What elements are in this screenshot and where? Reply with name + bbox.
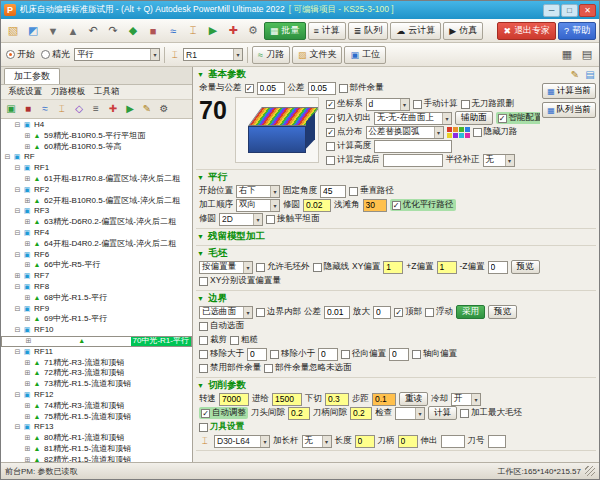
workplane-checkbox[interactable]: ✓坐标系 <box>326 98 363 110</box>
tree-item[interactable]: ⊞▲63精光-D6R0.2-偏置区域-淬火后二粗 <box>1 217 192 228</box>
color-grid-icon[interactable] <box>447 127 470 138</box>
toolpath-icon[interactable]: ≈ <box>37 101 53 117</box>
tree-item[interactable]: ⊞▲72精光-R3-流道和顶销 <box>1 368 192 379</box>
maximize-button[interactable]: □ <box>561 4 578 17</box>
order-select[interactable]: 双向▾ <box>236 199 280 212</box>
expander-icon[interactable]: ⊞ <box>23 314 32 325</box>
after-calc-checkbox-box[interactable] <box>326 156 335 165</box>
expander-icon[interactable]: ⊟ <box>13 163 22 174</box>
calc-height-checkbox-box[interactable] <box>326 142 335 151</box>
remove-less-checkbox-box[interactable] <box>270 350 279 359</box>
shank-clearance-field[interactable] <box>350 407 372 420</box>
simulate-icon[interactable]: ▶ <box>204 22 222 40</box>
xy-offset-field[interactable] <box>383 261 403 274</box>
note-icon[interactable]: ▤ <box>584 69 596 80</box>
remove-greater-checkbox[interactable]: 移除大于 <box>199 348 244 360</box>
menu-system-settings[interactable]: 系统设置 <box>4 86 46 98</box>
calc-height-checkbox[interactable]: 计算高度 <box>326 140 371 152</box>
expander-icon[interactable]: ⊞ <box>23 401 32 412</box>
reload-button[interactable]: 重读 <box>399 392 428 406</box>
tool-select[interactable]: R1 ▾ <box>183 48 243 61</box>
flat-contact-checkbox[interactable]: 接触平坦面 <box>266 213 320 225</box>
expander-icon[interactable]: ⊞ <box>23 131 32 142</box>
section-header-block[interactable]: ▼毛坯 <box>196 247 596 260</box>
tab-machining-params[interactable]: 加工参数 <box>4 68 60 84</box>
part-allowance-checkbox[interactable]: 部件余量 <box>339 82 384 94</box>
tool-setup-checkbox-box[interactable] <box>199 423 208 432</box>
minusz-offset-field[interactable] <box>488 261 508 274</box>
remove-less-field[interactable] <box>318 348 338 361</box>
cutting-calc-button[interactable]: 计算 <box>428 406 457 420</box>
remove-less-checkbox[interactable]: 移除小于 <box>270 348 315 360</box>
tree-item[interactable]: ⊞▲80精光-R1-流道和顶销 <box>1 433 192 444</box>
aux-surface-button[interactable]: 辅助面 <box>455 111 493 125</box>
start-radio[interactable]: 开始 <box>4 48 37 61</box>
tree-item[interactable]: ⊟▣RF6 <box>1 250 192 261</box>
tree-item[interactable]: ⊟▣RF8 <box>1 282 192 293</box>
measure-icon[interactable]: ✚ <box>224 22 242 40</box>
batch-button[interactable]: ▦批量 <box>264 22 306 40</box>
queue-current-button[interactable]: ▦队列当前 <box>542 102 596 118</box>
feed-field[interactable] <box>272 393 302 406</box>
leads-checkbox[interactable]: ✓切入切出 <box>326 112 371 124</box>
tool-icon[interactable]: ⌶ <box>199 435 211 447</box>
exit-expert-button[interactable]: ✖退出专家 <box>497 22 556 40</box>
tolerance-field[interactable] <box>308 82 336 95</box>
radial-offset-field[interactable] <box>389 348 409 361</box>
expander-icon[interactable]: ⊞ <box>23 217 32 228</box>
tree-item[interactable]: ⊞▲74精光-R3-流道和顶销 <box>1 401 192 412</box>
workplane-icon[interactable]: ✚ <box>105 101 121 117</box>
stepdown-field[interactable] <box>325 393 349 406</box>
block-icon[interactable]: ■ <box>144 22 162 40</box>
manual-calc-checkbox[interactable]: 手动计算 <box>413 98 458 110</box>
radial-offset-checkbox[interactable]: 径向偏置 <box>341 348 386 360</box>
disable-part-allowance-checkbox[interactable]: 禁用部件余量 <box>199 362 261 374</box>
tool-select[interactable]: D30-L64▾ <box>214 435 270 448</box>
boundary-icon[interactable]: ◇ <box>71 101 87 117</box>
tool-setup-checkbox[interactable]: 刀具设置 <box>199 421 244 433</box>
radial-offset-checkbox-box[interactable] <box>341 350 350 359</box>
optimize-parallel-checkbox-box[interactable]: ✓ <box>392 201 401 210</box>
tree-item[interactable]: ⊞▲73精光-R1.5-流道和顶销 <box>1 379 192 390</box>
open-project-icon[interactable]: ▧ <box>4 22 22 40</box>
top-checkbox[interactable]: ✓顶部 <box>394 306 422 318</box>
calc-current-button[interactable]: ▦计算当前 <box>542 83 596 99</box>
tree-item[interactable]: ⊟▣RF10 <box>1 325 192 336</box>
workplane-checkbox-box[interactable]: ✓ <box>326 100 335 109</box>
tree-item[interactable]: ⊞▲60精光-B10R0.5-等高 <box>1 142 192 153</box>
undo-icon[interactable]: ↶ <box>84 22 102 40</box>
station-button[interactable]: ▣ 工位 <box>344 46 386 64</box>
expander-icon[interactable]: ⊞ <box>13 271 22 282</box>
expander-icon[interactable]: ⊟ <box>13 228 22 239</box>
tree-item[interactable]: ⊞▲66中光-R5-平行 <box>1 260 192 271</box>
xy-separate-offset-checkbox[interactable]: XY分别设置偏置量 <box>199 275 281 287</box>
rough-checkbox-box[interactable] <box>230 336 239 345</box>
import-icon[interactable]: ▼ <box>44 22 62 40</box>
calculate-button[interactable]: ≡计算 <box>308 22 346 40</box>
spindle-field[interactable] <box>219 393 249 406</box>
start-corner-select[interactable]: 右下▾ <box>236 185 280 198</box>
close-button[interactable]: ✕ <box>579 4 596 17</box>
block-mode-select[interactable]: 按偏置量▾ <box>199 261 253 274</box>
model-icon[interactable]: ▣ <box>3 101 19 117</box>
expander-icon[interactable]: ⊞ <box>23 260 32 271</box>
leads-checkbox-box[interactable]: ✓ <box>326 114 335 123</box>
shallow-angle-field[interactable] <box>363 199 387 212</box>
tree-item[interactable]: ⊞▲82精光-R1.5-流道和顶销 <box>1 455 192 462</box>
macro-icon[interactable]: ✎ <box>139 101 155 117</box>
expander-icon[interactable]: ⊞ <box>23 358 32 369</box>
point-distribution-checkbox[interactable]: ✓点分布 <box>326 126 363 138</box>
redo-icon[interactable]: ↷ <box>104 22 122 40</box>
expander-icon[interactable]: ⊟ <box>13 185 22 196</box>
expander-icon[interactable]: ⊟ <box>13 250 22 261</box>
no-toolpath-follow-checkbox[interactable]: 无刀路跟删 <box>461 98 515 110</box>
overhang-field[interactable] <box>441 435 465 448</box>
tree-item[interactable]: ⊟▣RF <box>1 152 192 163</box>
tree-item[interactable]: ⊟▣H4 <box>1 120 192 131</box>
perpendicular-pass-checkbox[interactable]: 垂直路径 <box>349 185 394 197</box>
auto-adjust-checkbox[interactable]: ✓自动调整 <box>199 407 248 419</box>
tree-item[interactable]: ⊟▣RF2 <box>1 185 192 196</box>
model-icon[interactable]: ◆ <box>124 22 142 40</box>
section-header-basic[interactable]: ▼基本参数✎▤ <box>196 68 596 81</box>
boundary-tolerance-field[interactable] <box>324 306 350 319</box>
